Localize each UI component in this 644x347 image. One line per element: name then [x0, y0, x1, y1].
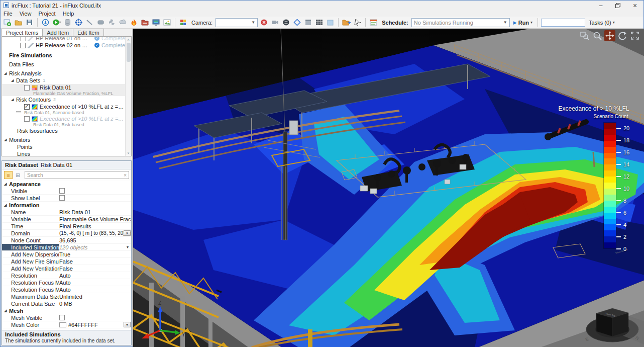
- menu-file[interactable]: File: [4, 11, 13, 17]
- add-simulation-icon[interactable]: [52, 18, 61, 27]
- minimize-button[interactable]: –: [592, 1, 609, 10]
- fan-icon[interactable]: [107, 18, 117, 27]
- expander-icon[interactable]: ◢: [4, 309, 9, 313]
- open-project-icon[interactable]: [14, 18, 23, 27]
- database-icon[interactable]: [63, 18, 72, 27]
- property-row-mesh-color[interactable]: Mesh Color#64FFFFFF▼: [2, 321, 131, 328]
- scroll-down-icon[interactable]: ∨: [127, 150, 130, 156]
- tree-item-points[interactable]: Points: [2, 143, 125, 150]
- schedule-select[interactable]: No Simulations Running▼: [411, 18, 510, 27]
- quick-search-input[interactable]: [541, 19, 585, 27]
- plane-icon[interactable]: [326, 18, 335, 27]
- close-button[interactable]: ×: [626, 1, 643, 10]
- viewport-3d[interactable]: Z X Y View Top View West View North E N: [133, 29, 644, 347]
- tasks-dropdown[interactable]: Tasks (0) ▾: [587, 20, 617, 26]
- tree-item-risk-contours[interactable]: ◢Risk Contours2: [2, 96, 125, 103]
- tree-item-hp-release-01[interactable]: HP Release 01 on Westerly, 10... ✓ Compl…: [2, 37, 125, 42]
- scroll-up-icon[interactable]: ∧: [127, 37, 130, 43]
- tab-project-items[interactable]: Project Items: [2, 29, 43, 36]
- expander-icon[interactable]: ◢: [4, 203, 9, 207]
- sphere-icon[interactable]: [281, 18, 291, 27]
- included-simulations-caret-icon[interactable]: ▾: [127, 245, 129, 249]
- tree-item-data-files[interactable]: Data Files: [2, 61, 125, 68]
- checkbox-checked[interactable]: [24, 104, 30, 110]
- tree-item-contour-scenario[interactable]: Exceedance of >10 %LFL at z = 16 meters: [2, 103, 125, 110]
- categorized-view-icon[interactable]: ≡: [4, 171, 13, 179]
- scroll-thumb[interactable]: [127, 43, 131, 62]
- rotate-icon[interactable]: [617, 30, 628, 41]
- property-row-add-ventilation[interactable]: Add New Ventilation S...False: [2, 265, 131, 272]
- property-row-current-data-size[interactable]: Current Data Size0 MB: [2, 300, 131, 307]
- property-row-resolution-focus-min[interactable]: Resolution Focus MinAuto: [2, 279, 131, 286]
- property-row-add-dispersion[interactable]: Add New Dispersion Si...True: [2, 251, 131, 258]
- section-information[interactable]: ◢Information: [2, 202, 131, 209]
- video-camera-icon[interactable]: [270, 18, 280, 27]
- cloud-icon[interactable]: [118, 18, 128, 27]
- expander-icon[interactable]: ◢: [11, 98, 16, 102]
- palette-grid-icon[interactable]: [178, 18, 188, 27]
- tab-add-item[interactable]: Add Item: [42, 29, 73, 36]
- title-bar[interactable]: in:Flux : Tutorial 21 - inFlux Cloud.ifx…: [1, 1, 643, 10]
- property-row-time[interactable]: TimeFinal Results: [2, 223, 131, 230]
- image-icon[interactable]: [162, 18, 172, 27]
- tree-item-lines[interactable]: Lines: [2, 150, 125, 156]
- property-row-included-simulations[interactable]: Included Simulations120 objects▾: [2, 244, 131, 251]
- fullscreen-icon[interactable]: [629, 30, 640, 41]
- menu-view[interactable]: View: [20, 11, 32, 17]
- mesh-color-dropdown-button[interactable]: ▼: [124, 322, 131, 327]
- expander-icon[interactable]: ◢: [11, 78, 16, 82]
- section-mesh[interactable]: ◢Mesh: [2, 307, 131, 314]
- tab-edit-item[interactable]: Edit Item: [73, 29, 103, 36]
- tree-item-data-sets[interactable]: ◢Data Sets1: [2, 77, 125, 84]
- zoom-window-icon[interactable]: [579, 30, 590, 41]
- run-button[interactable]: ▶ Run ▾: [511, 20, 534, 26]
- save-icon[interactable]: [25, 18, 34, 27]
- tree-item-fire-simulations[interactable]: Fire Simulations: [2, 52, 125, 59]
- menu-project[interactable]: Project: [38, 11, 55, 17]
- camera-select[interactable]: ▼: [216, 18, 258, 27]
- new-project-icon[interactable]: [3, 18, 12, 27]
- flame-icon[interactable]: [129, 18, 139, 27]
- checkbox[interactable]: [20, 37, 26, 41]
- property-row-domain[interactable]: Domain(15, -6, 0) [ m ] to (83, 55, 20) …: [2, 230, 131, 237]
- results-folder-icon[interactable]: [140, 18, 150, 27]
- pan-icon[interactable]: [604, 30, 615, 41]
- delete-camera-icon[interactable]: [259, 18, 269, 27]
- leak-line-icon[interactable]: [85, 18, 94, 27]
- tree-item-monitors[interactable]: ◢Monitors: [2, 136, 125, 143]
- checkbox[interactable]: [20, 43, 26, 48]
- property-row-add-fire[interactable]: Add New Fire Simulati...False: [2, 258, 131, 265]
- alphabetical-view-icon[interactable]: ⊞: [14, 171, 22, 179]
- tree-item-risk-isosurfaces[interactable]: Risk Isosurfaces: [2, 127, 125, 134]
- expander-icon[interactable]: ◢: [4, 182, 9, 186]
- tree-item-risk-data-01[interactable]: Risk Data 01: [2, 84, 125, 91]
- visible-checkbox[interactable]: [59, 188, 65, 194]
- restore-button[interactable]: [609, 1, 626, 10]
- axes-diamond-icon[interactable]: [292, 18, 302, 27]
- expander-icon[interactable]: ◢: [4, 71, 9, 75]
- clear-search-icon[interactable]: ×: [124, 172, 127, 178]
- import-folder-icon[interactable]: [342, 18, 351, 27]
- property-search-input[interactable]: [27, 172, 124, 178]
- property-row-maximum-data-size[interactable]: Maximum Data SizeUnlimited: [2, 293, 131, 300]
- menu-help[interactable]: Help: [63, 11, 74, 17]
- property-row-resolution[interactable]: ResolutionAuto: [2, 272, 131, 279]
- equipment-icon[interactable]: [96, 18, 105, 27]
- show-label-checkbox[interactable]: [59, 195, 65, 201]
- tree-scrollbar[interactable]: ∧ ∨: [125, 37, 131, 156]
- monitor-point-icon[interactable]: [74, 18, 83, 27]
- property-search[interactable]: ×: [25, 171, 129, 179]
- domain-dropdown-button[interactable]: ▼: [124, 230, 131, 236]
- expander-icon[interactable]: ◢: [4, 138, 9, 142]
- window-view-icon[interactable]: [303, 18, 313, 27]
- property-row-name[interactable]: NameRisk Data 01: [2, 209, 131, 216]
- property-row-resolution-focus-max[interactable]: Resolution Focus MaxAuto: [2, 286, 131, 293]
- monitor-layers-icon[interactable]: [151, 18, 161, 27]
- checkbox[interactable]: [24, 85, 30, 91]
- section-appearance[interactable]: ◢Appearance: [2, 181, 131, 188]
- zoom-icon[interactable]: [592, 30, 603, 41]
- checkbox[interactable]: [24, 116, 30, 122]
- grid-table-icon[interactable]: [314, 18, 324, 27]
- info-icon[interactable]: [41, 18, 50, 27]
- tree-item-hp-release-02[interactable]: HP Release 02 on Northerly, 3... ✓ Compl…: [2, 42, 125, 49]
